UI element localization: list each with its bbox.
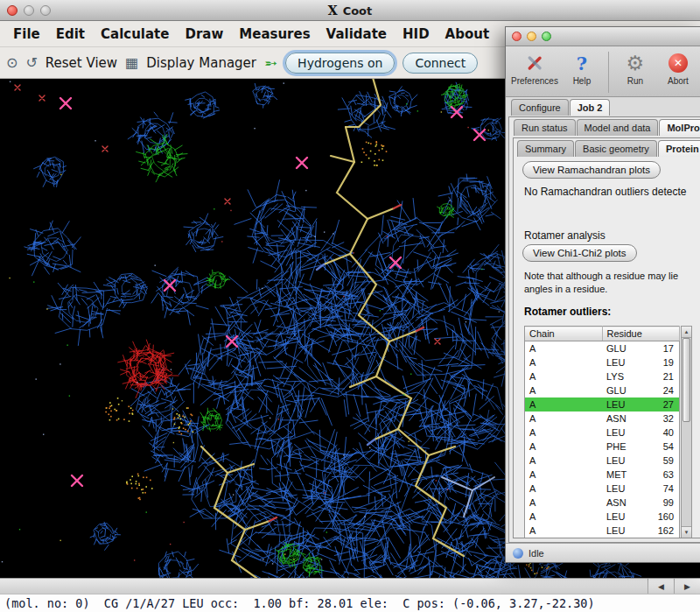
window-title: X Coot — [0, 0, 700, 21]
main-titlebar[interactable]: X Coot — [0, 0, 700, 21]
rotamer-note-line1: Note that although a residue may lie — [524, 270, 700, 283]
menu-draw[interactable]: Draw — [177, 25, 231, 44]
menu-measures[interactable]: Measures — [231, 25, 318, 44]
help-button[interactable]: ? Help — [563, 51, 601, 86]
preferences-icon — [524, 51, 545, 75]
tab-summary[interactable]: Summary — [517, 140, 574, 157]
view-chi1-chi2-plots-button[interactable]: View Chi1-Chi2 plots — [522, 244, 637, 262]
status-orb-icon — [513, 548, 523, 559]
toolbar-round-icon[interactable]: ⊙ — [6, 56, 18, 70]
residue-column-header[interactable]: Residue — [602, 327, 680, 341]
run-label: Run — [627, 76, 643, 86]
coot-main-window: X Coot File Edit Calculate Draw Measures… — [0, 0, 700, 612]
reset-view-button[interactable]: Reset View — [46, 55, 117, 71]
menu-file[interactable]: File — [5, 25, 48, 44]
dialog-titlebar[interactable] — [506, 27, 700, 46]
menu-edit[interactable]: Edit — [48, 25, 93, 44]
dialog-close-button[interactable] — [512, 32, 522, 41]
preferences-label: Preferences — [511, 76, 558, 86]
dialog-window-controls — [512, 32, 551, 41]
tab-molprobity[interactable]: MolProbit — [659, 119, 700, 136]
menu-hid[interactable]: HID — [395, 25, 438, 44]
tab-run-status[interactable]: Run status — [514, 119, 576, 136]
tab-protein[interactable]: Protein — [658, 140, 700, 157]
job-tabs: Configure Job 2 — [511, 99, 610, 116]
help-icon: ? — [577, 51, 587, 75]
run-gear-icon: ⚙ — [626, 51, 645, 75]
hydrogens-toggle-button[interactable]: Hydrogens on — [285, 53, 395, 74]
result-tabs: Run status Model and data MolProbit — [514, 119, 700, 136]
table-row[interactable]: A27LEU — [525, 397, 680, 412]
tab-basic-geometry[interactable]: Basic geometry — [575, 140, 657, 157]
scroll-left-arrow-icon[interactable]: ◀ — [648, 579, 674, 594]
scroll-down-arrow-icon[interactable]: ▼ — [682, 526, 691, 538]
dialog-toolbar: Preferences ? Help ⚙ Run ✕ Abort — [506, 46, 700, 97]
rotamer-table-body: A17GLUA19LEUA21LYSA24GLUA27LEUA32ASNA40L… — [525, 341, 680, 538]
table-row[interactable]: A17GLU — [525, 341, 680, 356]
display-manager-icon[interactable]: ▦ — [125, 56, 138, 70]
connect-button[interactable]: Connect — [402, 53, 478, 74]
menu-about[interactable]: About — [438, 25, 498, 44]
tab-job-2[interactable]: Job 2 — [570, 99, 611, 116]
dialog-body: Configure Job 2 Run status Model and dat… — [506, 97, 700, 562]
rotamer-analysis-label: Rotamer analysis — [524, 229, 700, 242]
abort-label: Abort — [668, 76, 689, 86]
molprobity-notebook: Summary Basic geometry Protein C View Ra… — [513, 137, 700, 538]
menu-calculate[interactable]: Calculate — [93, 25, 177, 44]
table-row[interactable]: A59LEU — [525, 454, 680, 468]
table-row[interactable]: A74LEU — [525, 482, 680, 496]
scroll-right-arrow-icon[interactable]: ▶ — [674, 579, 700, 594]
scroll-arrows: ◀ ▶ — [648, 579, 700, 594]
horizontal-scrollbar[interactable]: ◀ ▶ — [0, 578, 700, 594]
table-row[interactable]: A24GLU — [525, 383, 680, 397]
menu-validate[interactable]: Validate — [318, 25, 395, 44]
reset-view-icon[interactable]: ↺ — [25, 56, 37, 70]
rotamer-note: Note that although a residue may lie ang… — [524, 270, 700, 296]
display-manager-button[interactable]: Display Manager — [146, 55, 256, 71]
help-label: Help — [573, 76, 592, 86]
run-button[interactable]: ⚙ Run — [616, 51, 654, 86]
rotamer-outliers-label: Rotamer outliers: — [524, 306, 700, 318]
rotamer-outliers-table: Chain Residue A17GLUA19LEUA21LYSA24GLUA2… — [524, 326, 692, 538]
green-arrow-icon[interactable]: ➵ — [264, 55, 277, 71]
table-scrollbar[interactable]: ▲ ▼ — [681, 326, 692, 538]
dialog-zoom-button[interactable] — [542, 32, 551, 41]
rotamer-note-line2: angles in a residue. — [524, 283, 700, 296]
protein-panel: View Ramachandran plots No Ramachandran … — [514, 158, 700, 538]
atom-status-text: (mol. no: 0) CG /1/A/27 LEU occ: 1.00 bf… — [4, 596, 595, 610]
view-ramachandran-plots-button[interactable]: View Ramachandran plots — [522, 161, 661, 179]
molprobity-tabs: Summary Basic geometry Protein C — [517, 140, 700, 157]
window-title-text: Coot — [343, 4, 373, 18]
validation-dialog: Preferences ? Help ⚙ Run ✕ Abort Configu… — [505, 26, 700, 563]
tab-model-and-data[interactable]: Model and data — [577, 119, 659, 136]
table-row[interactable]: A40LEU — [525, 426, 680, 440]
atom-status-line: (mol. no: 0) CG /1/A/27 LEU occ: 1.00 bf… — [0, 594, 700, 612]
abort-icon: ✕ — [668, 51, 688, 75]
table-row[interactable]: A54PHE — [525, 440, 680, 454]
table-row[interactable]: A63MET — [525, 468, 680, 482]
x11-icon: X — [328, 4, 338, 18]
abort-button[interactable]: ✕ Abort — [659, 51, 697, 86]
dialog-minimize-button[interactable] — [527, 32, 536, 41]
preferences-button[interactable]: Preferences — [511, 51, 558, 86]
scrollbar-thumb[interactable] — [682, 338, 690, 422]
table-row[interactable]: A32ASN — [525, 412, 680, 426]
ramachandran-result-text: No Ramachandran outliers detecte — [524, 186, 700, 198]
chain-column-header[interactable]: Chain — [525, 327, 603, 341]
table-row[interactable]: A99ASN — [525, 496, 680, 510]
tab-configure[interactable]: Configure — [511, 99, 569, 116]
table-row[interactable]: A19LEU — [525, 355, 680, 369]
toolbar-separator — [608, 52, 609, 93]
table-row[interactable]: A160LEU — [525, 510, 680, 524]
job-notebook: Run status Model and data MolProbit Summ… — [508, 116, 700, 543]
scroll-up-arrow-icon[interactable]: ▲ — [682, 327, 691, 338]
table-row[interactable]: A162LEU — [525, 524, 680, 538]
dialog-status-text: Idle — [528, 548, 544, 559]
dialog-status-bar: Idle — [506, 543, 700, 562]
table-row[interactable]: A21LYS — [525, 369, 680, 383]
